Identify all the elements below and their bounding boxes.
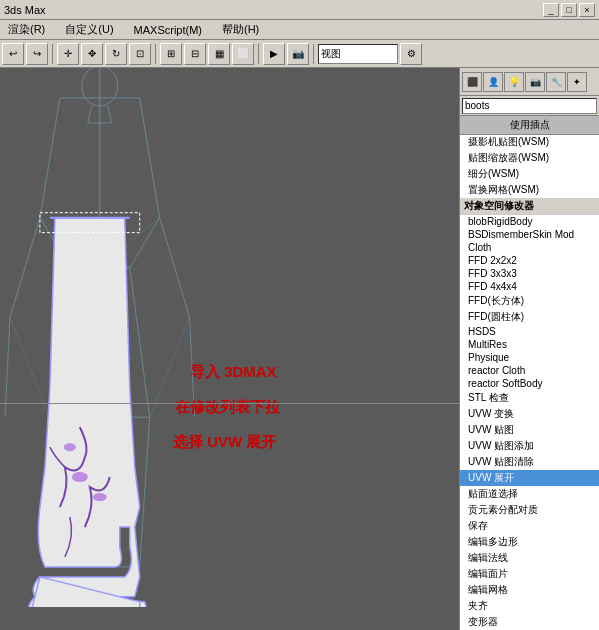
close-button[interactable]: × xyxy=(579,3,595,17)
mod-item[interactable]: FFD 2x2x2 xyxy=(460,254,599,267)
toolbar-btn-select[interactable]: ✛ xyxy=(57,43,79,65)
toolbar-btn-4[interactable]: ⊟ xyxy=(184,43,206,65)
mod-item[interactable]: 编辑网格 xyxy=(460,582,599,598)
toolbar-sep-4 xyxy=(313,44,314,64)
toolbar-btn-move[interactable]: ✥ xyxy=(81,43,103,65)
maximize-button[interactable]: □ xyxy=(561,3,577,17)
viewport-divider xyxy=(0,403,459,404)
mod-item[interactable]: 变形器 xyxy=(460,614,599,630)
annotation-2: 在修改列表下拉 xyxy=(175,398,280,417)
right-panel: ⬛ 👤 💡 📷 🔧 ✦ 使用插点 选择修改器网格选择面片选择多边形选择体积选择世… xyxy=(459,68,599,630)
mod-item[interactable]: FFD(圆柱体) xyxy=(460,309,599,325)
toolbar-btn-2[interactable]: ↪ xyxy=(26,43,48,65)
annotation-3: 选择 UVW 展开 xyxy=(173,433,276,452)
viewport-dropdown[interactable]: 视图 xyxy=(318,44,398,64)
mod-item[interactable]: UVW 贴图 xyxy=(460,422,599,438)
mod-item[interactable]: 夹齐 xyxy=(460,598,599,614)
svg-point-30 xyxy=(64,443,76,451)
panel-btn-5[interactable]: 🔧 xyxy=(546,72,566,92)
toolbar-btn-extra[interactable]: ⚙ xyxy=(400,43,422,65)
title-bar: 3ds Max _ □ × xyxy=(0,0,599,20)
main-area: 导入 3DMAX 在修改列表下拉 选择 UVW 展开 ⬛ 👤 💡 📷 🔧 ✦ 使… xyxy=(0,68,599,630)
toolbar-btn-1[interactable]: ↩ xyxy=(2,43,24,65)
viewport[interactable]: 导入 3DMAX 在修改列表下拉 选择 UVW 展开 xyxy=(0,68,459,630)
mod-item[interactable]: UVW 展开 xyxy=(460,470,599,486)
mod-item[interactable]: 摄影机贴图(WSM) xyxy=(460,135,599,150)
svg-point-31 xyxy=(93,493,107,501)
panel-btn-1[interactable]: ⬛ xyxy=(462,72,482,92)
toolbar-btn-scale[interactable]: ⊡ xyxy=(129,43,151,65)
mod-item[interactable]: FFD 4x4x4 xyxy=(460,280,599,293)
menu-bar: 渲染(R) 自定义(U) MAXScript(M) 帮助(H) xyxy=(0,20,599,40)
mod-item[interactable]: UVW 变换 xyxy=(460,406,599,422)
mod-item[interactable]: 贴图缩放器(WSM) xyxy=(460,150,599,166)
panel-btn-4[interactable]: 📷 xyxy=(525,72,545,92)
search-input[interactable] xyxy=(462,98,597,114)
minimize-button[interactable]: _ xyxy=(543,3,559,17)
toolbar-btn-5[interactable]: ▦ xyxy=(208,43,230,65)
search-bar xyxy=(460,96,599,116)
mod-item[interactable]: reactor Cloth xyxy=(460,364,599,377)
panel-toolbar: ⬛ 👤 💡 📷 🔧 ✦ xyxy=(460,68,599,96)
mod-item[interactable]: reactor SoftBody xyxy=(460,377,599,390)
title-bar-buttons: _ □ × xyxy=(543,3,595,17)
panel-btn-3[interactable]: 💡 xyxy=(504,72,524,92)
mod-item[interactable]: Physique xyxy=(460,351,599,364)
mod-item[interactable]: BSDismemberSkin Mod xyxy=(460,228,599,241)
toolbar-btn-render[interactable]: ▶ xyxy=(263,43,285,65)
toolbar-btn-3[interactable]: ⊞ xyxy=(160,43,182,65)
toolbar: ↩ ↪ ✛ ✥ ↻ ⊡ ⊞ ⊟ ▦ ⬜ ▶ 📷 视图 ⚙ xyxy=(0,40,599,68)
toolbar-btn-rotate[interactable]: ↻ xyxy=(105,43,127,65)
mod-item[interactable]: 编辑多边形 xyxy=(460,534,599,550)
mod-item[interactable]: FFD 3x3x3 xyxy=(460,267,599,280)
wireframe-background xyxy=(0,68,459,607)
mod-section-对象空间修改器: 对象空间修改器 xyxy=(460,198,599,215)
title-bar-text: 3ds Max xyxy=(4,4,46,16)
annotation-1: 导入 3DMAX xyxy=(190,363,277,382)
mod-item[interactable]: UVW 贴图添加 xyxy=(460,438,599,454)
mod-item[interactable]: 贴面道选择 xyxy=(460,486,599,502)
modifier-list-header: 使用插点 xyxy=(460,116,599,135)
mod-item[interactable]: 置换网格(WSM) xyxy=(460,182,599,198)
mod-item[interactable]: blobRigidBody xyxy=(460,215,599,228)
menu-help[interactable]: 帮助(H) xyxy=(218,20,263,39)
toolbar-sep-3 xyxy=(258,44,259,64)
toolbar-btn-camera[interactable]: 📷 xyxy=(287,43,309,65)
menu-render[interactable]: 渲染(R) xyxy=(4,20,49,39)
mod-item[interactable]: HSDS xyxy=(460,325,599,338)
mod-item[interactable]: STL 检查 xyxy=(460,390,599,406)
toolbar-btn-6[interactable]: ⬜ xyxy=(232,43,254,65)
mod-item[interactable]: UVW 贴图清除 xyxy=(460,454,599,470)
toolbar-sep-2 xyxy=(155,44,156,64)
svg-point-29 xyxy=(72,472,88,482)
panel-btn-6[interactable]: ✦ xyxy=(567,72,587,92)
mod-item[interactable]: 细分(WSM) xyxy=(460,166,599,182)
panel-btn-2[interactable]: 👤 xyxy=(483,72,503,92)
mod-item[interactable]: 贡元素分配对质 xyxy=(460,502,599,518)
mod-item[interactable]: 保存 xyxy=(460,518,599,534)
modifier-list[interactable]: 选择修改器网格选择面片选择多边形选择体积选择世界空间修改器Hair 和 Fur(… xyxy=(460,135,599,630)
menu-customize[interactable]: 自定义(U) xyxy=(61,20,117,39)
mod-item[interactable]: 编辑法线 xyxy=(460,550,599,566)
toolbar-sep-1 xyxy=(52,44,53,64)
mod-item[interactable]: MultiRes xyxy=(460,338,599,351)
mod-item[interactable]: 编辑面片 xyxy=(460,566,599,582)
mod-item[interactable]: Cloth xyxy=(460,241,599,254)
menu-maxscript[interactable]: MAXScript(M) xyxy=(130,22,206,38)
mod-item[interactable]: FFD(长方体) xyxy=(460,293,599,309)
